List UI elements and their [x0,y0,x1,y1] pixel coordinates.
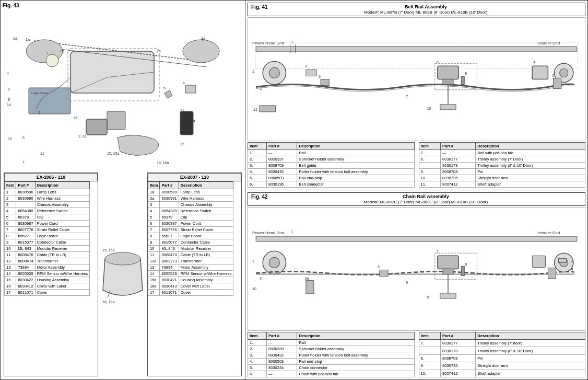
ex2005-title: EX-2005 - 110 [4,173,98,181]
svg-text:1a: 1a [13,37,17,40]
table-row: 8030178Trolley assembly (8' & 10' Door) [419,163,585,169]
table-row: 1373894Motor Assembly [148,264,233,271]
middle-diagram-area: 15, 15a 16, 16a [99,172,146,376]
table-row: 6.—Chain with position tab [248,371,415,377]
svg-text:16, 16a: 16, 16a [157,161,169,165]
fig42-diagram: Power Head End Header End 1 2 1 10 6 [248,207,585,331]
table-row: 2.8030339Sprocket holder assembly [248,346,415,352]
bottom-tables-area: EX-2005 - 110 Item Part # Description 18… [3,171,243,377]
table-row: 128008474Transformer [5,258,90,264]
svg-rect-39 [180,111,193,135]
fig42-lt-item: Item [248,332,267,340]
fig41-diagram: Power Head End Header End 1 2 3 7 [248,17,585,141]
chain [256,272,574,275]
table-row: 10ML-843Modular Receiver [148,246,233,252]
svg-text:Power Head End: Power Head End [252,41,284,45]
svg-text:3: 3 [571,259,573,263]
svg-text:3a: 3a [305,277,309,280]
svg-rect-106 [306,281,314,294]
fig42-svg: Power Head End Header End 1 2 1 10 6 [248,208,585,330]
fig41-label: Fig. 41 [251,4,268,10]
fig42-label: Fig. 42 [251,194,268,200]
svg-text:Power Head End: Power Head End [252,231,284,235]
svg-rect-72 [260,106,275,112]
table-row: 8030178Trolley assembly (8' & 10' Door) [419,347,585,354]
table-row: 10.8007412Shaft adapter [419,370,585,377]
svg-text:4: 4 [7,72,9,75]
svg-text:2, 2a: 2, 2a [78,134,87,138]
svg-rect-47 [256,47,577,52]
svg-text:5: 5 [22,136,25,140]
fig41-svg: Power Head End Header End 1 2 3 7 [248,18,585,141]
table-row: 865627Logic Board [148,233,233,239]
fig41-lt-part: Part # [267,143,297,150]
ex2005-table-wrap: EX-2005 - 110 Item Part # Description 18… [4,172,98,376]
fig41-lt-desc: Description [297,143,414,150]
table-row: 2a8030991Wire Harness [148,195,233,202]
svg-text:7: 7 [406,95,408,98]
table-row: 12a8003273Transformer [148,258,233,264]
svg-text:Logic Board: Logic Board [31,91,48,95]
table-row: 118008470Cable (TR to LB) [148,252,233,258]
svg-text:17: 17 [180,142,184,146]
svg-text:9: 9 [8,98,10,101]
svg-text:1: 1 [46,51,49,55]
fig41-model: Model#: ML-807B (7' Door) ML-808B (8' Do… [364,10,487,15]
left-panel: Fig. 43 1a 1a 1a Logic Board [0,0,245,380]
table-row: 4.8030432Roller holder with tension bolt… [248,169,415,175]
svg-text:1: 1 [291,230,293,234]
fig41-left-table: Item Part # Description 1.—Rail2.8020337… [248,142,415,188]
svg-text:10: 10 [252,287,256,291]
svg-text:Header End: Header End [537,231,560,235]
svg-text:10: 10 [427,107,431,110]
fig41-header: Fig. 41 Belt Rail Assembly Model#: ML-80… [248,3,585,16]
right-panel: Fig. 41 Belt Rail Assembly Model#: ML-80… [245,0,588,380]
table-row: 48054389Reference Switch [5,208,90,214]
svg-text:5: 5 [552,74,555,77]
svg-rect-100 [380,270,388,277]
svg-point-66 [560,68,568,77]
ex2005-col-item: Item [5,182,16,189]
fig42-left-table: Item Part # Description 1.—Rail2.8030339… [248,332,415,377]
svg-text:6: 6 [319,75,321,78]
svg-rect-92 [461,266,464,275]
svg-text:5: 5 [378,265,380,269]
svg-text:1: 1 [252,259,254,263]
svg-point-52 [269,67,279,78]
fig42-rt-item: Item [419,332,441,340]
svg-text:7: 7 [22,160,25,164]
svg-text:4: 4 [571,267,573,271]
svg-text:2: 2 [260,277,262,280]
fig42-title: Chain Rail Assembly [403,194,449,199]
svg-text:13: 13 [73,116,77,120]
svg-text:15, 15a: 15, 15a [107,152,119,155]
svg-rect-67 [554,78,561,88]
svg-text:14: 14 [7,103,11,107]
fig41-rt-item: Item [419,143,441,150]
table-row: 148055529RPM Sensor w/Wire Harness [5,271,90,277]
svg-text:4: 4 [533,60,535,64]
svg-point-83 [269,257,279,268]
svg-text:4: 4 [201,38,203,41]
ex2007-col-item: Item [148,182,160,189]
table-row: 2.8020337Sprocket holder assembly [248,156,415,163]
ex2005-col-part: Part # [16,182,35,189]
svg-text:9: 9 [465,72,467,75]
svg-rect-19 [185,85,196,93]
table-row: 3Chassis Assembly [148,202,233,208]
table-row: 178011071Cover [148,290,233,296]
svg-rect-74 [440,105,456,110]
table-row: 10ML-843Modular Receiver [5,246,90,252]
table-row: 98015077Connector Cable [5,239,90,246]
table-row: 68030987Power Cord [5,221,90,227]
table-row: 560379Clip [148,214,233,221]
table-row: 148055529RPM Sensor w/Wire Harness [148,271,233,277]
svg-rect-104 [440,293,456,298]
svg-text:3: 3 [305,64,307,68]
fig42-lt-part: Part # [267,332,297,340]
svg-rect-0 [70,51,154,93]
table-row: 6.8030196Belt connector [248,181,415,188]
svg-rect-58 [443,79,453,85]
table-row: 118008470Cable (TR to LB) [5,252,90,258]
fig43-svg: 1a 1a 1a Logic Board 8 9 1 2 [3,9,243,169]
